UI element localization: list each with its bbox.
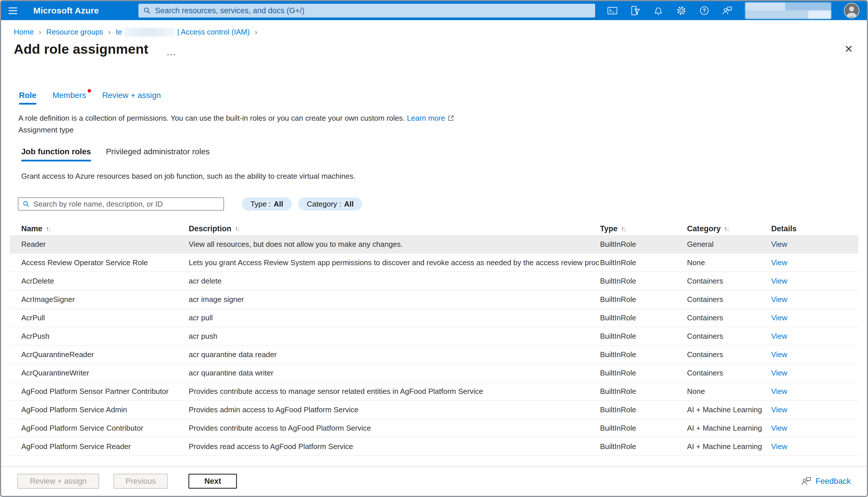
role-name-cell: Reader bbox=[21, 240, 189, 249]
role-type-cell: BuiltInRole bbox=[600, 442, 687, 451]
notifications-bell-icon[interactable] bbox=[653, 5, 664, 16]
view-details-link[interactable]: View bbox=[771, 295, 787, 304]
overflow-menu-icon[interactable]: … bbox=[166, 49, 177, 55]
masked-resource-name bbox=[125, 28, 175, 37]
table-row[interactable]: AgFood Platform Service Admin Provides a… bbox=[10, 401, 858, 419]
view-details-link[interactable]: View bbox=[771, 387, 787, 396]
role-category-cell: Containers bbox=[687, 350, 771, 359]
role-description-cell: acr quarantine data reader bbox=[189, 350, 600, 359]
role-name-cell: AcrPush bbox=[21, 332, 189, 341]
global-search-input[interactable] bbox=[155, 6, 595, 15]
column-description-label: Description bbox=[189, 224, 232, 233]
global-search-box[interactable] bbox=[139, 4, 595, 17]
hamburger-menu-icon[interactable] bbox=[9, 4, 21, 17]
breadcrumb-home-link[interactable]: Home bbox=[14, 28, 33, 37]
column-header-name[interactable]: Name↑↓ bbox=[21, 224, 189, 233]
account-avatar[interactable] bbox=[844, 3, 859, 18]
category-filter-value: All bbox=[344, 200, 353, 209]
role-type-tabs: Job function roles Privileged administra… bbox=[21, 147, 867, 161]
breadcrumb-resource-link[interactable]: te| Access control (IAM) bbox=[116, 28, 250, 37]
brand-title: Microsoft Azure bbox=[33, 6, 99, 15]
tab-privileged-administrator-roles[interactable]: Privileged administrator roles bbox=[106, 147, 210, 161]
learn-more-link[interactable]: Learn more bbox=[407, 114, 445, 123]
table-row[interactable]: AgFood Platform Service Contributor Prov… bbox=[10, 419, 858, 438]
members-alert-dot bbox=[88, 89, 91, 93]
view-details-link[interactable]: View bbox=[771, 369, 787, 377]
role-search-box[interactable] bbox=[18, 197, 224, 211]
view-details-link[interactable]: View bbox=[771, 442, 787, 451]
type-filter-label: Type : bbox=[250, 200, 271, 209]
view-details-link[interactable]: View bbox=[771, 313, 787, 322]
role-table-body: Reader View all resources, but does not … bbox=[10, 235, 858, 456]
role-category-cell: AI + Machine Learning bbox=[687, 424, 771, 432]
role-type-cell: BuiltInRole bbox=[600, 332, 687, 341]
column-type-label: Type bbox=[600, 224, 618, 233]
review-assign-button[interactable]: Review + assign bbox=[17, 474, 99, 489]
role-intro-text: A role definition is a collection of per… bbox=[18, 114, 867, 123]
role-type-cell: BuiltInRole bbox=[600, 350, 687, 359]
category-filter-pill[interactable]: Category :All bbox=[298, 197, 362, 211]
previous-button[interactable]: Previous bbox=[114, 474, 168, 489]
feedback-link[interactable]: Feedback bbox=[801, 476, 851, 486]
main-content: Home › Resource groups › te| Access cont… bbox=[1, 28, 867, 497]
table-row[interactable]: Access Review Operator Service Role Lets… bbox=[10, 254, 858, 272]
role-name-cell: AgFood Platform Service Reader bbox=[21, 442, 189, 451]
table-row[interactable]: AcrDelete acr delete BuiltInRole Contain… bbox=[10, 272, 858, 290]
cloud-shell-icon[interactable] bbox=[607, 5, 618, 16]
table-row[interactable]: AcrPull acr pull BuiltInRole Containers … bbox=[10, 309, 858, 327]
sort-arrows-icon: ↑↓ bbox=[235, 225, 241, 233]
table-row[interactable]: AcrPush acr push BuiltInRole Containers … bbox=[10, 327, 858, 345]
table-row[interactable]: Reader View all resources, but does not … bbox=[10, 235, 858, 254]
view-details-link[interactable]: View bbox=[771, 424, 787, 432]
tab-job-function-roles[interactable]: Job function roles bbox=[21, 147, 91, 161]
role-description-cell: View all resources, but does not allow y… bbox=[189, 240, 600, 249]
role-category-cell: Containers bbox=[687, 332, 771, 341]
role-search-input[interactable] bbox=[33, 200, 223, 209]
breadcrumb-resource-prefix: te bbox=[116, 28, 122, 36]
role-name-cell: AgFood Platform Service Contributor bbox=[21, 424, 189, 432]
role-description-cell: Provides contribute access to manage sen… bbox=[189, 387, 600, 396]
column-header-details: Details bbox=[771, 224, 855, 233]
table-row[interactable]: AgFood Platform Sensor Partner Contribut… bbox=[10, 382, 858, 401]
view-details-link[interactable]: View bbox=[771, 258, 787, 267]
close-icon[interactable]: ✕ bbox=[843, 43, 854, 55]
role-category-cell: Containers bbox=[687, 369, 771, 378]
table-row[interactable]: AcrQuarantineWriter acr quarantine data … bbox=[10, 364, 858, 382]
directory-filter-icon[interactable] bbox=[630, 5, 640, 16]
tab-review-assign[interactable]: Review + assign bbox=[102, 91, 161, 104]
learn-more-label: Learn more bbox=[407, 114, 445, 123]
column-category-label: Category bbox=[687, 224, 721, 233]
view-details-link[interactable]: View bbox=[771, 276, 787, 285]
next-button[interactable]: Next bbox=[188, 474, 237, 489]
feedback-person-icon[interactable] bbox=[722, 5, 733, 16]
column-header-description[interactable]: Description↑↓ bbox=[189, 224, 600, 233]
view-details-link[interactable]: View bbox=[771, 240, 787, 248]
view-details-link[interactable]: View bbox=[771, 350, 787, 359]
role-description-cell: Provides read access to AgFood Platform … bbox=[189, 442, 600, 451]
column-header-type[interactable]: Type↑↓ bbox=[600, 224, 687, 233]
topbar-actions: ? bbox=[607, 1, 859, 20]
table-row[interactable]: AcrQuarantineReader acr quarantine data … bbox=[10, 345, 858, 364]
role-type-cell: BuiltInRole bbox=[600, 295, 687, 304]
role-name-cell: AcrPull bbox=[21, 313, 189, 322]
settings-gear-icon[interactable] bbox=[676, 5, 686, 16]
role-name-cell: AgFood Platform Service Admin bbox=[21, 406, 189, 414]
table-row[interactable]: AcrImageSigner acr image signer BuiltInR… bbox=[10, 290, 858, 309]
help-icon[interactable]: ? bbox=[699, 5, 709, 16]
search-icon bbox=[23, 200, 30, 208]
type-filter-pill[interactable]: Type :All bbox=[242, 197, 292, 211]
top-bar: Microsoft Azure ? bbox=[1, 1, 867, 20]
breadcrumb-resource-groups-link[interactable]: Resource groups bbox=[46, 28, 103, 37]
role-description-cell: Provides admin access to AgFood Platform… bbox=[189, 406, 600, 414]
tab-members[interactable]: Members bbox=[53, 91, 86, 104]
tab-role[interactable]: Role bbox=[19, 91, 37, 104]
role-category-cell: AI + Machine Learning bbox=[687, 442, 771, 451]
table-row[interactable]: AgFood Platform Service Reader Provides … bbox=[10, 438, 858, 456]
column-header-category[interactable]: Category↑↓ bbox=[687, 224, 771, 233]
wizard-tabs: Role Members Review + assign bbox=[19, 91, 867, 104]
role-description-cell: acr pull bbox=[189, 313, 600, 322]
view-details-link[interactable]: View bbox=[771, 332, 787, 340]
masked-account-info bbox=[745, 2, 831, 19]
role-category-cell: None bbox=[687, 258, 771, 267]
view-details-link[interactable]: View bbox=[771, 406, 787, 414]
